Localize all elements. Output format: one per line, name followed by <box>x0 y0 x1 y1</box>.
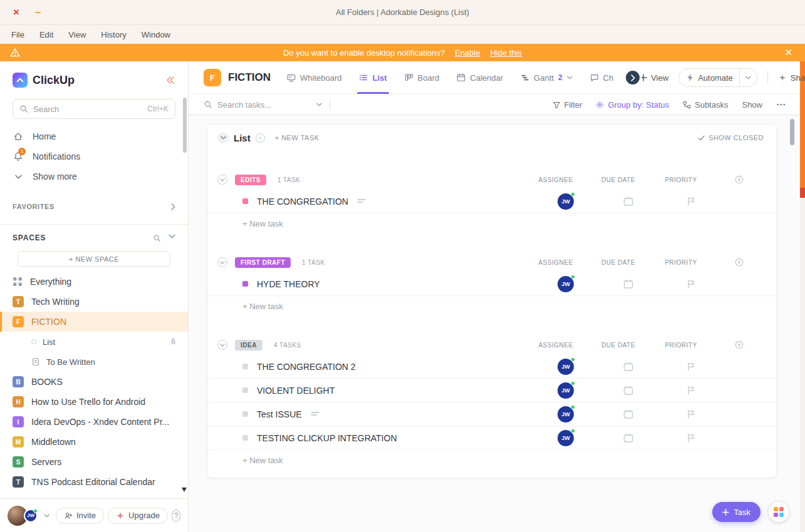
task-name[interactable]: Test ISSUE <box>257 409 302 419</box>
table-row[interactable]: Test ISSUE JW <box>207 402 776 426</box>
help-icon[interactable]: ? <box>172 509 180 522</box>
sidebar-item-home[interactable]: Home <box>0 126 188 146</box>
task-name[interactable]: VIOLENT DELIGHT <box>257 386 335 396</box>
sidebar-item-idera-devops[interactable]: I Idera DevOps - Xndev Content Pr... <box>0 412 188 432</box>
main-scrollbar[interactable] <box>790 119 794 145</box>
apps-grid-button[interactable] <box>769 502 789 522</box>
show-button[interactable]: Show <box>742 100 762 110</box>
due-date-icon[interactable] <box>623 386 633 396</box>
hide-banner-link[interactable]: Hide this <box>490 48 522 58</box>
subtasks-button[interactable]: Subtasks <box>683 100 728 110</box>
sidebar-item-everything[interactable]: Everything <box>0 272 188 292</box>
spaces-collapse-icon[interactable] <box>169 234 175 242</box>
menu-window[interactable]: Window <box>142 30 170 39</box>
menu-file[interactable]: File <box>11 30 24 39</box>
task-status-square[interactable] <box>242 198 248 204</box>
assignee-avatar[interactable]: JW <box>558 430 574 446</box>
sidebar-item-fiction-list[interactable]: List 6 <box>0 332 188 352</box>
assignee-avatar[interactable]: JW <box>558 406 574 422</box>
menu-edit[interactable]: Edit <box>39 30 53 39</box>
task-name[interactable]: HYDE THEORY <box>257 279 320 289</box>
due-date-icon[interactable] <box>623 279 633 289</box>
collapse-group-icon[interactable] <box>217 257 227 267</box>
close-window-icon[interactable]: × <box>13 7 19 18</box>
add-task-row[interactable]: + New task <box>207 213 776 233</box>
sidebar-item-books[interactable]: B BOOKS <box>0 372 188 392</box>
collapse-group-icon[interactable] <box>217 340 227 350</box>
status-badge[interactable]: EDITS <box>235 175 266 185</box>
task-search-input[interactable] <box>217 100 311 110</box>
assignee-avatar[interactable]: JW <box>558 276 574 292</box>
sidebar-search-input[interactable]: Search Ctrl+K <box>13 99 175 119</box>
priority-flag-icon[interactable] <box>687 362 695 371</box>
assignee-avatar[interactable]: JW <box>558 382 574 399</box>
user-menu-chevron-icon[interactable] <box>44 514 49 518</box>
due-date-icon[interactable] <box>623 409 633 419</box>
collapse-list-icon[interactable] <box>217 132 229 143</box>
show-closed-button[interactable]: SHOW CLOSED <box>698 134 766 141</box>
priority-flag-icon[interactable] <box>687 280 695 289</box>
assignee-avatar[interactable]: JW <box>558 359 574 375</box>
tab-list[interactable]: List <box>359 61 387 94</box>
due-date-icon[interactable] <box>623 197 633 207</box>
sidebar-item-tech-writing[interactable]: T Tech Writing <box>0 292 188 312</box>
menu-view[interactable]: View <box>68 30 86 39</box>
task-description-icon[interactable] <box>311 411 319 417</box>
tab-whiteboard[interactable]: Whiteboard <box>287 61 341 94</box>
task-status-square[interactable] <box>242 364 248 369</box>
sidebar-item-notifications[interactable]: 1 Notifications <box>0 146 188 166</box>
sidebar-item-middletown[interactable]: M Middletown <box>0 432 188 452</box>
add-column-icon[interactable] <box>712 340 766 349</box>
priority-flag-icon[interactable] <box>687 386 695 395</box>
task-search[interactable] <box>204 100 322 110</box>
sidebar-item-show-more[interactable]: Show more <box>0 166 188 187</box>
toolbar-more-icon[interactable]: ⋯ <box>776 99 786 110</box>
task-description-icon[interactable] <box>357 198 366 205</box>
sidebar-scroll-down-arrow[interactable] <box>182 488 187 492</box>
sidebar-item-to-be-written[interactable]: To Be Written <box>0 352 188 372</box>
banner-close-icon[interactable]: ✕ <box>784 47 792 58</box>
task-name[interactable]: THE CONGREGATION 2 <box>257 362 356 372</box>
task-status-square[interactable] <box>242 435 248 441</box>
share-button[interactable]: Share <box>778 73 805 83</box>
automate-button[interactable]: Automate <box>678 68 757 87</box>
collapse-sidebar-icon[interactable] <box>165 76 175 84</box>
table-row[interactable]: TESTING CLICKUP INTEGRATION JW <box>207 426 776 450</box>
task-name[interactable]: THE CONGREGATION <box>257 197 348 207</box>
add-task-row[interactable]: + New task <box>207 296 776 316</box>
new-task-fab-button[interactable]: Task <box>712 502 761 522</box>
info-icon[interactable]: i <box>256 133 265 143</box>
priority-flag-icon[interactable] <box>687 410 695 419</box>
menu-history[interactable]: History <box>101 30 126 39</box>
invite-button[interactable]: Invite <box>56 508 104 524</box>
add-view-button[interactable]: View <box>640 73 668 83</box>
upgrade-button[interactable]: Upgrade <box>108 508 168 524</box>
due-date-icon[interactable] <box>623 433 633 443</box>
add-task-row[interactable]: + New task <box>207 450 776 470</box>
sidebar-item-fiction[interactable]: F FICTION <box>0 312 188 332</box>
sidebar-item-servers[interactable]: S Servers <box>0 452 188 472</box>
task-status-square[interactable] <box>242 281 248 287</box>
status-badge[interactable]: FIRST DRAFT <box>235 257 291 268</box>
filter-button[interactable]: Filter <box>553 100 583 110</box>
sidebar-item-tns-podcast[interactable]: T TNS Podcast Editorial Calendar <box>0 472 188 492</box>
table-row[interactable]: HYDE THEORY JW <box>207 272 776 296</box>
sidebar-scrollbar[interactable] <box>183 98 187 153</box>
add-column-icon[interactable] <box>712 175 766 184</box>
priority-flag-icon[interactable] <box>687 197 695 206</box>
add-column-icon[interactable] <box>712 258 766 267</box>
priority-flag-icon[interactable] <box>687 434 695 442</box>
spaces-search-icon[interactable] <box>153 234 161 242</box>
spaces-section-header[interactable]: SPACES <box>0 224 188 242</box>
user-initials-avatar[interactable]: JW <box>24 509 38 523</box>
task-status-square[interactable] <box>242 411 248 417</box>
tab-gantt[interactable]: Gantt 2 <box>521 61 572 94</box>
status-badge[interactable]: IDEA <box>235 340 262 350</box>
tab-board[interactable]: Board <box>405 61 440 94</box>
table-row[interactable]: THE CONGREGATION 2 JW <box>207 355 776 379</box>
automate-dropdown-icon[interactable] <box>739 69 757 86</box>
due-date-icon[interactable] <box>623 362 633 372</box>
collapse-group-icon[interactable] <box>217 175 227 185</box>
assignee-avatar[interactable]: JW <box>558 193 574 210</box>
table-row[interactable]: THE CONGREGATION JW <box>207 190 776 213</box>
